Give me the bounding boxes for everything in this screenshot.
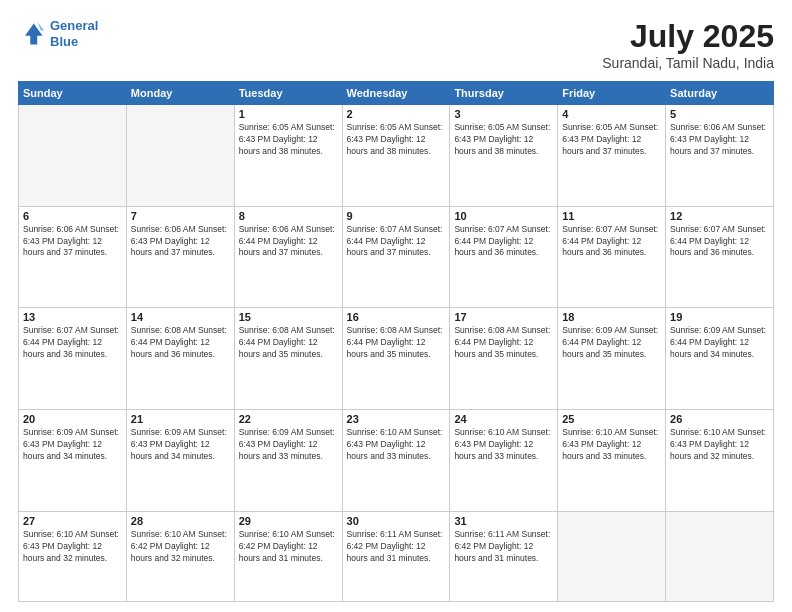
title-block: July 2025 Surandai, Tamil Nadu, India: [602, 18, 774, 71]
day-info: Sunrise: 6:05 AM Sunset: 6:43 PM Dayligh…: [347, 122, 446, 158]
week-row-3: 13Sunrise: 6:07 AM Sunset: 6:44 PM Dayli…: [19, 308, 774, 410]
cell-3-3: 23Sunrise: 6:10 AM Sunset: 6:43 PM Dayli…: [342, 410, 450, 512]
header: General Blue July 2025 Surandai, Tamil N…: [18, 18, 774, 71]
cell-4-2: 29Sunrise: 6:10 AM Sunset: 6:42 PM Dayli…: [234, 511, 342, 601]
day-number: 31: [454, 515, 553, 527]
svg-marker-1: [37, 21, 44, 30]
day-info: Sunrise: 6:10 AM Sunset: 6:42 PM Dayligh…: [131, 529, 230, 565]
logo-icon: [18, 20, 46, 48]
day-number: 30: [347, 515, 446, 527]
day-number: 24: [454, 413, 553, 425]
day-number: 19: [670, 311, 769, 323]
col-monday: Monday: [126, 82, 234, 105]
cell-3-2: 22Sunrise: 6:09 AM Sunset: 6:43 PM Dayli…: [234, 410, 342, 512]
cell-0-5: 4Sunrise: 6:05 AM Sunset: 6:43 PM Daylig…: [558, 105, 666, 207]
day-number: 15: [239, 311, 338, 323]
cell-4-1: 28Sunrise: 6:10 AM Sunset: 6:42 PM Dayli…: [126, 511, 234, 601]
day-info: Sunrise: 6:10 AM Sunset: 6:43 PM Dayligh…: [23, 529, 122, 565]
col-saturday: Saturday: [666, 82, 774, 105]
day-info: Sunrise: 6:09 AM Sunset: 6:44 PM Dayligh…: [562, 325, 661, 361]
day-number: 18: [562, 311, 661, 323]
day-info: Sunrise: 6:06 AM Sunset: 6:43 PM Dayligh…: [23, 224, 122, 260]
day-number: 1: [239, 108, 338, 120]
day-number: 12: [670, 210, 769, 222]
calendar-table: Sunday Monday Tuesday Wednesday Thursday…: [18, 81, 774, 602]
subtitle: Surandai, Tamil Nadu, India: [602, 55, 774, 71]
cell-1-5: 11Sunrise: 6:07 AM Sunset: 6:44 PM Dayli…: [558, 206, 666, 308]
day-number: 26: [670, 413, 769, 425]
day-info: Sunrise: 6:10 AM Sunset: 6:43 PM Dayligh…: [562, 427, 661, 463]
day-number: 22: [239, 413, 338, 425]
day-number: 16: [347, 311, 446, 323]
cell-2-5: 18Sunrise: 6:09 AM Sunset: 6:44 PM Dayli…: [558, 308, 666, 410]
cell-0-3: 2Sunrise: 6:05 AM Sunset: 6:43 PM Daylig…: [342, 105, 450, 207]
day-info: Sunrise: 6:07 AM Sunset: 6:44 PM Dayligh…: [670, 224, 769, 260]
day-info: Sunrise: 6:10 AM Sunset: 6:43 PM Dayligh…: [347, 427, 446, 463]
day-info: Sunrise: 6:08 AM Sunset: 6:44 PM Dayligh…: [239, 325, 338, 361]
week-row-2: 6Sunrise: 6:06 AM Sunset: 6:43 PM Daylig…: [19, 206, 774, 308]
day-info: Sunrise: 6:06 AM Sunset: 6:43 PM Dayligh…: [131, 224, 230, 260]
day-info: Sunrise: 6:08 AM Sunset: 6:44 PM Dayligh…: [131, 325, 230, 361]
day-info: Sunrise: 6:05 AM Sunset: 6:43 PM Dayligh…: [239, 122, 338, 158]
week-row-4: 20Sunrise: 6:09 AM Sunset: 6:43 PM Dayli…: [19, 410, 774, 512]
day-info: Sunrise: 6:07 AM Sunset: 6:44 PM Dayligh…: [562, 224, 661, 260]
col-sunday: Sunday: [19, 82, 127, 105]
day-number: 2: [347, 108, 446, 120]
day-info: Sunrise: 6:10 AM Sunset: 6:43 PM Dayligh…: [454, 427, 553, 463]
logo-text: General Blue: [50, 18, 98, 49]
day-info: Sunrise: 6:06 AM Sunset: 6:44 PM Dayligh…: [239, 224, 338, 260]
cell-1-3: 9Sunrise: 6:07 AM Sunset: 6:44 PM Daylig…: [342, 206, 450, 308]
cell-1-4: 10Sunrise: 6:07 AM Sunset: 6:44 PM Dayli…: [450, 206, 558, 308]
cell-3-0: 20Sunrise: 6:09 AM Sunset: 6:43 PM Dayli…: [19, 410, 127, 512]
cell-2-4: 17Sunrise: 6:08 AM Sunset: 6:44 PM Dayli…: [450, 308, 558, 410]
cell-2-1: 14Sunrise: 6:08 AM Sunset: 6:44 PM Dayli…: [126, 308, 234, 410]
day-number: 5: [670, 108, 769, 120]
day-number: 13: [23, 311, 122, 323]
cell-3-6: 26Sunrise: 6:10 AM Sunset: 6:43 PM Dayli…: [666, 410, 774, 512]
day-info: Sunrise: 6:11 AM Sunset: 6:42 PM Dayligh…: [454, 529, 553, 565]
day-info: Sunrise: 6:05 AM Sunset: 6:43 PM Dayligh…: [454, 122, 553, 158]
cell-2-3: 16Sunrise: 6:08 AM Sunset: 6:44 PM Dayli…: [342, 308, 450, 410]
cell-1-1: 7Sunrise: 6:06 AM Sunset: 6:43 PM Daylig…: [126, 206, 234, 308]
page: General Blue July 2025 Surandai, Tamil N…: [0, 0, 792, 612]
day-info: Sunrise: 6:05 AM Sunset: 6:43 PM Dayligh…: [562, 122, 661, 158]
day-info: Sunrise: 6:09 AM Sunset: 6:43 PM Dayligh…: [131, 427, 230, 463]
cell-4-4: 31Sunrise: 6:11 AM Sunset: 6:42 PM Dayli…: [450, 511, 558, 601]
col-wednesday: Wednesday: [342, 82, 450, 105]
cell-3-5: 25Sunrise: 6:10 AM Sunset: 6:43 PM Dayli…: [558, 410, 666, 512]
cell-3-4: 24Sunrise: 6:10 AM Sunset: 6:43 PM Dayli…: [450, 410, 558, 512]
day-info: Sunrise: 6:09 AM Sunset: 6:43 PM Dayligh…: [23, 427, 122, 463]
cell-2-6: 19Sunrise: 6:09 AM Sunset: 6:44 PM Dayli…: [666, 308, 774, 410]
day-number: 25: [562, 413, 661, 425]
cell-1-6: 12Sunrise: 6:07 AM Sunset: 6:44 PM Dayli…: [666, 206, 774, 308]
cell-4-3: 30Sunrise: 6:11 AM Sunset: 6:42 PM Dayli…: [342, 511, 450, 601]
col-tuesday: Tuesday: [234, 82, 342, 105]
day-info: Sunrise: 6:07 AM Sunset: 6:44 PM Dayligh…: [454, 224, 553, 260]
day-number: 9: [347, 210, 446, 222]
day-number: 17: [454, 311, 553, 323]
cell-0-0: [19, 105, 127, 207]
day-number: 8: [239, 210, 338, 222]
day-number: 6: [23, 210, 122, 222]
day-info: Sunrise: 6:06 AM Sunset: 6:43 PM Dayligh…: [670, 122, 769, 158]
week-row-1: 1Sunrise: 6:05 AM Sunset: 6:43 PM Daylig…: [19, 105, 774, 207]
day-number: 4: [562, 108, 661, 120]
cell-0-6: 5Sunrise: 6:06 AM Sunset: 6:43 PM Daylig…: [666, 105, 774, 207]
cell-4-0: 27Sunrise: 6:10 AM Sunset: 6:43 PM Dayli…: [19, 511, 127, 601]
main-title: July 2025: [602, 18, 774, 55]
day-number: 21: [131, 413, 230, 425]
day-number: 27: [23, 515, 122, 527]
cell-0-2: 1Sunrise: 6:05 AM Sunset: 6:43 PM Daylig…: [234, 105, 342, 207]
cell-4-5: [558, 511, 666, 601]
day-info: Sunrise: 6:09 AM Sunset: 6:43 PM Dayligh…: [239, 427, 338, 463]
day-info: Sunrise: 6:08 AM Sunset: 6:44 PM Dayligh…: [347, 325, 446, 361]
calendar-header-row: Sunday Monday Tuesday Wednesday Thursday…: [19, 82, 774, 105]
cell-2-2: 15Sunrise: 6:08 AM Sunset: 6:44 PM Dayli…: [234, 308, 342, 410]
cell-0-1: [126, 105, 234, 207]
day-number: 11: [562, 210, 661, 222]
cell-1-0: 6Sunrise: 6:06 AM Sunset: 6:43 PM Daylig…: [19, 206, 127, 308]
day-number: 3: [454, 108, 553, 120]
day-number: 29: [239, 515, 338, 527]
week-row-5: 27Sunrise: 6:10 AM Sunset: 6:43 PM Dayli…: [19, 511, 774, 601]
day-number: 10: [454, 210, 553, 222]
